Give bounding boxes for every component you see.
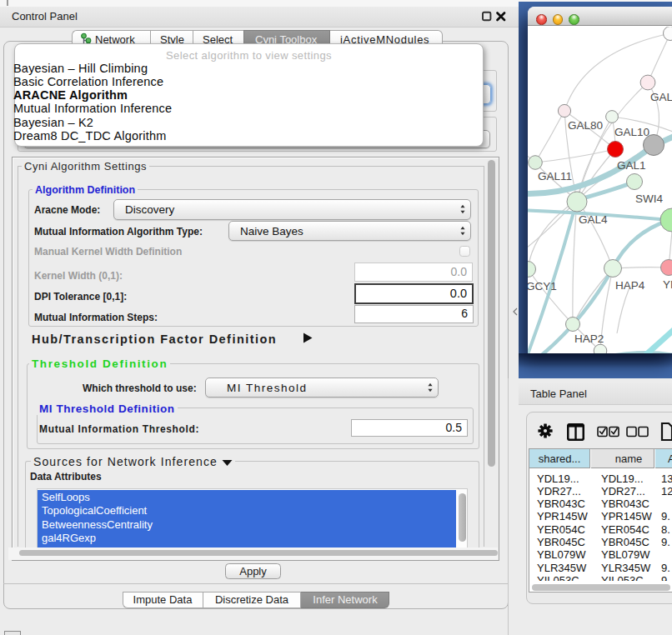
svg-text:GAL7: GAL7 <box>650 91 672 103</box>
svg-text:YM: YM <box>663 278 672 291</box>
svg-text:GAL80: GAL80 <box>568 119 603 132</box>
svg-text:HAP4: HAP4 <box>615 279 645 292</box>
svg-text:SWI4: SWI4 <box>635 192 663 205</box>
svg-text:GAL1: GAL1 <box>617 159 646 172</box>
svg-text:GAL4: GAL4 <box>579 213 608 226</box>
svg-text:GAL11: GAL11 <box>538 170 572 182</box>
svg-text:GCY1: GCY1 <box>528 280 557 292</box>
svg-text:GAL10: GAL10 <box>614 126 649 138</box>
svg-text:HAP2: HAP2 <box>574 332 604 345</box>
